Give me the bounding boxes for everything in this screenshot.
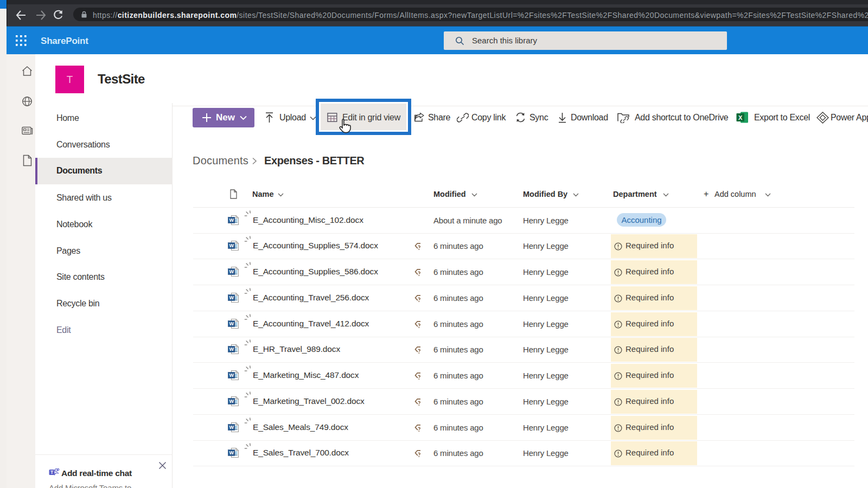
- svg-text:W: W: [229, 295, 234, 300]
- svg-text:W: W: [229, 346, 234, 352]
- svg-text:T: T: [50, 470, 54, 475]
- svg-text:W: W: [229, 320, 234, 326]
- svg-text:W: W: [229, 269, 234, 274]
- svg-text:W: W: [229, 243, 234, 248]
- svg-text:W: W: [229, 424, 234, 429]
- svg-text:W: W: [229, 217, 234, 222]
- svg-text:W: W: [229, 399, 234, 404]
- svg-text:W: W: [229, 373, 234, 378]
- svg-text:X: X: [738, 114, 743, 121]
- svg-text:W: W: [229, 450, 234, 455]
